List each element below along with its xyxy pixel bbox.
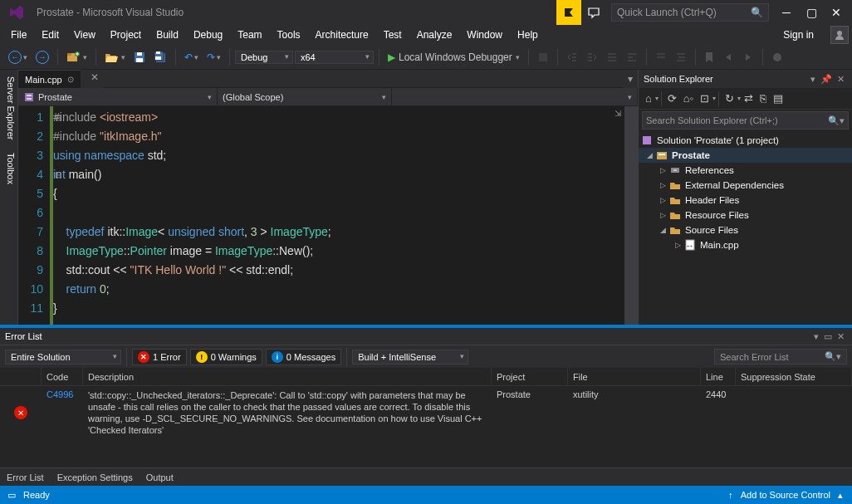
menu-view[interactable]: View	[66, 27, 103, 42]
menu-test[interactable]: Test	[376, 27, 409, 42]
project-scope-dropdown[interactable]: Prostate	[18, 88, 218, 105]
code-content[interactable]: #include <iostream>#include "itkImage.h"…	[53, 106, 624, 325]
open-file-button[interactable]: ▾	[101, 49, 129, 66]
build-filter-dropdown[interactable]: Build + IntelliSense	[352, 350, 468, 365]
properties-button[interactable]: ⇄	[741, 91, 757, 106]
menu-project[interactable]: Project	[103, 27, 149, 42]
indent-left-icon[interactable]	[563, 50, 581, 65]
col-header-code[interactable]: Code	[42, 368, 83, 385]
tree-source-file[interactable]: ▷ ++ Main.cpp	[639, 237, 852, 252]
prev-bookmark-icon[interactable]	[719, 50, 737, 65]
chevron-up-icon[interactable]: ▴	[834, 488, 847, 502]
menu-edit[interactable]: Edit	[34, 27, 66, 42]
tree-node-source-files[interactable]: ◢Source Files	[639, 223, 852, 237]
next-bookmark-icon[interactable]	[739, 50, 757, 65]
menu-file[interactable]: File	[3, 27, 34, 42]
col-header-file[interactable]: File	[568, 368, 701, 385]
save-button[interactable]	[130, 50, 149, 65]
indent-right-icon[interactable]	[583, 50, 601, 65]
tree-node-resource-files[interactable]: ▷Resource Files	[639, 208, 852, 223]
step-icon-1[interactable]	[534, 50, 552, 65]
expand-arrow-icon[interactable]: ▷	[657, 181, 668, 189]
error-search-input[interactable]: Search Error List 🔍▾	[714, 349, 847, 365]
expand-arrow-icon[interactable]: ◢	[644, 151, 655, 159]
undo-button[interactable]: ↶▾	[181, 50, 202, 65]
solution-search-input[interactable]: Search Solution Explorer (Ctrl+;) 🔍▾	[642, 111, 849, 130]
expand-arrow-icon[interactable]: ▷	[657, 211, 668, 219]
publish-icon[interactable]: ↑	[724, 488, 737, 502]
panel-close-button[interactable]: ✕	[835, 74, 847, 85]
editor-scrollbar[interactable]	[624, 106, 638, 325]
expand-arrow-icon[interactable]: ▷	[657, 166, 668, 174]
col-header-supp[interactable]: Suppression State	[736, 368, 852, 385]
split-editor-icon[interactable]: ⇲	[611, 106, 624, 120]
member-scope-dropdown[interactable]	[392, 88, 638, 105]
comment-icon[interactable]	[623, 50, 641, 65]
menu-debug[interactable]: Debug	[186, 27, 230, 42]
sync-button[interactable]: ⟳	[664, 91, 680, 106]
tab-list-dropdown[interactable]: ▾	[623, 70, 638, 88]
new-project-button[interactable]: ▾	[63, 49, 91, 66]
back-button[interactable]: ←▾	[5, 49, 31, 66]
breakpoint-icon[interactable]	[768, 50, 786, 65]
platform-dropdown[interactable]: x64	[295, 51, 374, 64]
config-dropdown[interactable]: Debug	[235, 51, 293, 64]
col-header-line[interactable]: Line	[701, 368, 736, 385]
start-debug-button[interactable]: ▶Local Windows Debugger ▾	[384, 50, 523, 65]
menu-architecture[interactable]: Architecture	[308, 27, 376, 42]
collapse-all-button[interactable]: ⌂◦	[680, 91, 697, 106]
outdent-icon[interactable]	[603, 50, 621, 65]
close-button[interactable]: ✕	[824, 0, 849, 25]
tree-node-references[interactable]: ▷References	[639, 163, 852, 178]
menu-help[interactable]: Help	[510, 27, 546, 42]
menu-window[interactable]: Window	[459, 27, 510, 42]
panel-close-button[interactable]: ✕	[835, 331, 847, 342]
save-all-button[interactable]	[150, 49, 170, 66]
panel-menu-button[interactable]: ▾	[808, 74, 818, 85]
expand-arrow-icon[interactable]: ◢	[657, 226, 668, 234]
vtab-server-explorer[interactable]: Server Explorer	[0, 70, 17, 146]
quick-launch-input[interactable]: Quick Launch (Ctrl+Q) 🔍	[611, 3, 769, 22]
tree-node-header-files[interactable]: ▷Header Files	[639, 193, 852, 208]
error-row[interactable]: ✕ C4996 'std::copy::_Unchecked_iterators…	[0, 386, 852, 439]
bottom-tab-output[interactable]: Output	[140, 468, 180, 486]
uncomment-icon[interactable]	[652, 50, 670, 65]
bottom-tab-exception-settings[interactable]: Exception Settings	[51, 468, 140, 486]
fold-toggle-1[interactable]: ⊟	[53, 108, 63, 127]
feedback-icon[interactable]	[581, 0, 606, 25]
class-scope-dropdown[interactable]: (Global Scope)	[218, 88, 392, 105]
format-icon[interactable]	[672, 50, 690, 65]
pin-icon[interactable]: ⊙	[67, 75, 74, 84]
vtab-toolbox[interactable]: Toolbox	[0, 146, 17, 191]
errors-filter-button[interactable]: ✕1 Error	[132, 349, 187, 365]
redo-button[interactable]: ↷▾	[203, 50, 224, 65]
code-editor[interactable]: 1234567891011 ⊟ ⊟ #include <iostream>#in…	[18, 106, 638, 325]
messages-filter-button[interactable]: i0 Messages	[266, 349, 341, 365]
menu-tools[interactable]: Tools	[270, 27, 308, 42]
copy-button[interactable]: ⎘	[757, 91, 770, 106]
refresh-button[interactable]: ↻	[722, 91, 737, 106]
signin-link[interactable]: Sign in	[773, 27, 824, 42]
scope-dropdown[interactable]: Entire Solution	[5, 350, 121, 365]
fold-toggle-4[interactable]: ⊟	[53, 165, 63, 184]
panel-menu-button[interactable]: ▾	[811, 331, 821, 342]
notification-flag-icon[interactable]	[556, 0, 581, 25]
source-control-link[interactable]: Add to Source Control	[741, 490, 830, 500]
tree-solution-root[interactable]: Solution 'Prostate' (1 project)	[639, 133, 852, 148]
col-header-project[interactable]: Project	[492, 368, 568, 385]
file-tab-active[interactable]: Main.cpp ⊙	[18, 70, 81, 88]
menu-analyze[interactable]: Analyze	[409, 27, 460, 42]
expand-arrow-icon[interactable]: ▷	[672, 241, 683, 249]
home-button[interactable]: ⌂	[642, 91, 655, 106]
menu-build[interactable]: Build	[149, 27, 186, 42]
forward-button[interactable]: →	[32, 49, 52, 66]
maximize-button[interactable]: ▢	[799, 0, 824, 25]
view-code-button[interactable]: ▤	[770, 91, 786, 106]
user-avatar-icon[interactable]	[830, 26, 849, 44]
menu-team[interactable]: Team	[230, 27, 269, 42]
minimize-button[interactable]: ─	[774, 0, 799, 25]
warnings-filter-button[interactable]: !0 Warnings	[190, 349, 262, 365]
show-all-button[interactable]: ⊡	[697, 91, 712, 106]
panel-pin-button[interactable]: 📌	[818, 74, 835, 85]
panel-pin-button[interactable]: ▭	[821, 331, 835, 342]
